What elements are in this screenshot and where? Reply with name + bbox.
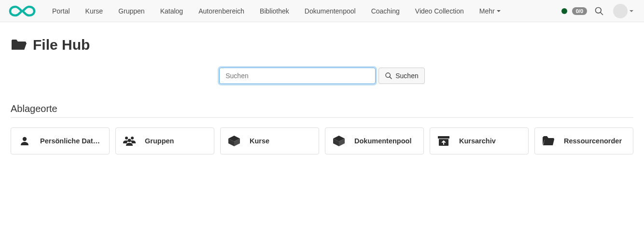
nav-item-kurse[interactable]: Kurse <box>78 1 111 21</box>
nav-label: Autorenbereich <box>198 7 244 15</box>
folder-icon <box>542 136 555 146</box>
nav-label: Kurse <box>85 7 103 15</box>
search-submit-button[interactable]: Suchen <box>378 68 424 84</box>
svg-point-5 <box>125 137 128 139</box>
infinity-logo-icon <box>9 5 36 17</box>
top-navigation: Portal Kurse Gruppen Katalog Autorenbere… <box>0 0 644 22</box>
chevron-down-icon <box>630 10 633 12</box>
card-document-pool[interactable]: Dokumentenpool <box>325 127 424 154</box>
folder-open-icon <box>11 38 27 52</box>
card-courses[interactable]: Kurse <box>220 127 319 154</box>
svg-line-3 <box>390 77 392 79</box>
user-menu[interactable] <box>611 4 634 18</box>
page-title-row: File Hub <box>11 37 633 53</box>
search-icon <box>594 6 604 16</box>
page-title: File Hub <box>33 37 90 53</box>
nav-label: Bibliothek <box>260 7 289 15</box>
card-resource-folder[interactable]: Ressourcenorder <box>534 127 633 154</box>
svg-point-6 <box>131 137 134 139</box>
nav-item-portal[interactable]: Portal <box>44 1 78 21</box>
card-label: Persönliche Date... <box>40 137 102 145</box>
svg-line-1 <box>601 12 603 14</box>
nav-item-video-collection[interactable]: Video Collection <box>407 1 472 21</box>
card-groups[interactable]: Gruppen <box>115 127 214 154</box>
nav-items: Portal Kurse Gruppen Katalog Autorenbere… <box>44 1 561 21</box>
notification-badge[interactable]: 0/0 <box>572 7 587 15</box>
nav-label: Gruppen <box>118 7 144 15</box>
nav-label: Coaching <box>371 7 400 15</box>
search-button[interactable] <box>592 0 606 22</box>
card-label: Kurse <box>250 137 269 145</box>
card-course-archive[interactable]: Kursarchiv <box>430 127 529 154</box>
avatar <box>613 4 628 18</box>
search-icon <box>385 72 392 80</box>
section-heading: Ablageorte <box>11 103 633 114</box>
card-label: Gruppen <box>145 137 174 145</box>
search-box: Suchen <box>219 68 424 84</box>
section-divider <box>11 117 633 118</box>
svg-point-4 <box>23 137 27 141</box>
card-label: Ressourcenorder <box>564 137 622 145</box>
search-input[interactable] <box>219 68 376 84</box>
nav-label: Video Collection <box>415 7 464 15</box>
logo[interactable] <box>9 5 36 17</box>
nav-item-autorenbereich[interactable]: Autorenbereich <box>191 1 252 21</box>
svg-rect-8 <box>438 136 449 139</box>
nav-item-dokumentenpool[interactable]: Dokumentenpool <box>297 1 364 21</box>
nav-label: Katalog <box>160 7 183 15</box>
card-label: Kursarchiv <box>459 137 496 145</box>
card-personal-files[interactable]: Persönliche Date... <box>11 127 110 154</box>
archive-icon <box>437 136 450 146</box>
box-icon <box>227 135 241 147</box>
search-button-label: Suchen <box>395 72 418 80</box>
group-icon <box>123 136 136 146</box>
nav-item-more[interactable]: Mehr <box>472 1 508 21</box>
storage-location-cards: Persönliche Date... Gruppen <box>11 127 633 154</box>
nav-label: Dokumentenpool <box>305 7 356 15</box>
svg-point-7 <box>128 139 131 142</box>
main-content: File Hub Suchen Ablageorte Persönli <box>0 22 644 164</box>
search-row: Suchen <box>11 68 633 84</box>
nav-item-gruppen[interactable]: Gruppen <box>111 1 152 21</box>
status-indicator[interactable] <box>561 8 567 14</box>
nav-item-coaching[interactable]: Coaching <box>364 1 407 21</box>
badge-text: 0/0 <box>576 8 583 14</box>
box-icon <box>332 135 346 147</box>
nav-label: Mehr <box>479 7 495 15</box>
card-label: Dokumentenpool <box>354 137 411 145</box>
nav-label: Portal <box>52 7 70 15</box>
nav-item-bibliothek[interactable]: Bibliothek <box>252 1 297 21</box>
person-icon <box>18 135 31 147</box>
nav-right: 0/0 <box>561 0 639 22</box>
chevron-down-icon <box>497 10 501 12</box>
nav-item-katalog[interactable]: Katalog <box>153 1 191 21</box>
